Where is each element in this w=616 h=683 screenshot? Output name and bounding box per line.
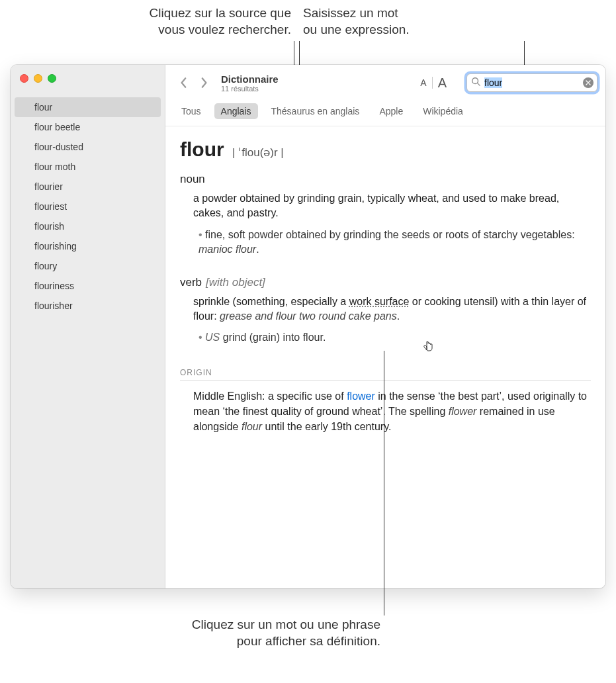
pos-noun: noun — [180, 173, 591, 186]
sidebar-item[interactable]: flour — [15, 97, 161, 117]
sidebar-item[interactable]: flourish — [11, 216, 165, 236]
noun-definition: a powder obtained by grinding grain, typ… — [193, 191, 591, 221]
linked-word-flower[interactable]: flower — [347, 390, 375, 402]
linked-phrase-work-surface[interactable]: work surface — [349, 296, 410, 307]
origin-heading: ORIGIN — [180, 368, 591, 381]
font-increase-button[interactable]: A — [433, 75, 452, 91]
headword: flour — [180, 138, 224, 161]
callout-source: Cliquez sur la source que vous voulez re… — [66, 5, 291, 38]
forward-button[interactable] — [197, 74, 210, 91]
sidebar-item[interactable]: flour moth — [11, 157, 165, 177]
callout-line — [294, 41, 294, 66]
clear-search-button[interactable] — [583, 77, 594, 88]
font-size-controls: A A — [415, 75, 452, 91]
search-icon — [471, 77, 480, 89]
dictionary-window: flourflour beetleflour-dustedflour mothf… — [11, 65, 605, 588]
callout-line — [524, 41, 525, 66]
pos-verb: verb[with object] — [180, 276, 591, 289]
pronunciation: | ˈflou(ə)r | — [232, 146, 284, 159]
verb-subdefinition: US grind (grain) into flour. — [198, 330, 591, 345]
origin-text: Middle English: a specific use of flower… — [193, 388, 591, 435]
sidebar-item[interactable]: flouriest — [11, 197, 165, 216]
zoom-icon[interactable] — [48, 74, 56, 83]
sidebar: flourflour beetleflour-dustedflour mothf… — [11, 65, 165, 588]
sidebar-item[interactable]: flourier — [11, 177, 165, 197]
sidebar-list: flourflour beetleflour-dustedflour mothf… — [11, 95, 165, 318]
definition-content: flour | ˈflou(ə)r | noun a powder obtain… — [165, 126, 605, 446]
source-tab[interactable]: Anglais — [214, 103, 258, 119]
source-tab[interactable]: Tous — [175, 103, 208, 119]
sidebar-item[interactable]: floury — [11, 256, 165, 276]
search-input[interactable] — [466, 73, 597, 92]
back-button[interactable] — [177, 74, 191, 91]
sidebar-item[interactable]: flourishing — [11, 236, 165, 256]
source-tab[interactable]: Thésaurus en anglais — [265, 103, 367, 119]
main-panel: Dictionnaire 11 résultats A A TousAnglai… — [165, 65, 605, 588]
source-tab[interactable]: Apple — [373, 103, 410, 119]
title-block: Dictionnaire 11 résultats — [221, 73, 279, 93]
callout-click-word: Cliquez sur un mot ou une phrase pour af… — [119, 617, 380, 649]
sidebar-item[interactable]: flour-dusted — [11, 137, 165, 157]
search-field-wrap — [466, 73, 597, 92]
noun-subdefinition: fine, soft powder obtained by grinding t… — [198, 228, 591, 257]
callout-line — [299, 41, 300, 66]
sidebar-item[interactable]: flourisher — [11, 296, 165, 316]
result-count: 11 résultats — [221, 85, 279, 93]
callout-line — [384, 351, 384, 615]
sidebar-item[interactable]: flouriness — [11, 276, 165, 296]
source-tabs: TousAnglaisThésaurus en anglaisAppleWiki… — [165, 101, 605, 126]
close-icon[interactable] — [20, 74, 28, 83]
source-tab[interactable]: Wikipédia — [416, 103, 470, 119]
toolbar: Dictionnaire 11 résultats A A — [165, 65, 605, 101]
sidebar-item[interactable]: flour beetle — [11, 117, 165, 137]
font-decrease-button[interactable]: A — [415, 77, 431, 88]
window-controls — [11, 73, 165, 95]
app-title: Dictionnaire — [221, 73, 279, 85]
verb-definition: sprinkle (something, especially a work s… — [193, 295, 591, 324]
svg-line-1 — [478, 83, 480, 86]
minimize-icon[interactable] — [34, 74, 42, 83]
callout-search: Saisissez un mot ou une expression. — [303, 5, 449, 38]
